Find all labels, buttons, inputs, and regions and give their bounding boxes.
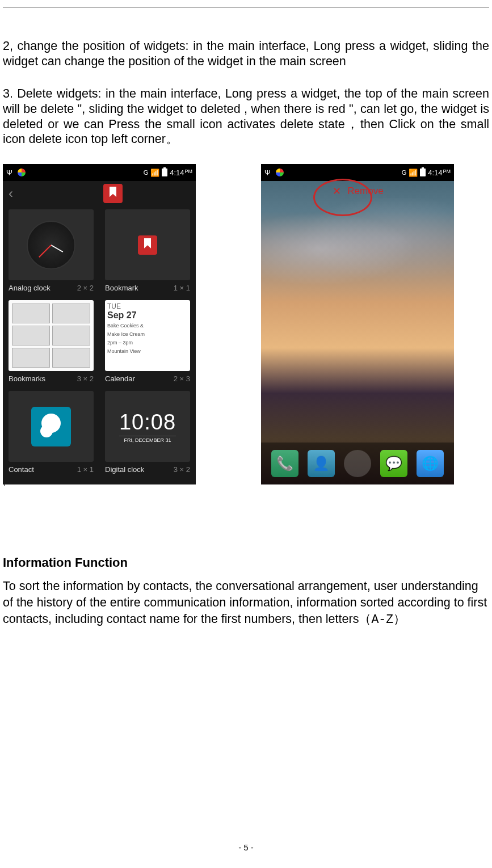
top-rule [3,7,489,7]
widget-calendar[interactable]: TUE Sep 27 Bake Cookies & Make Ice Cream… [99,297,196,387]
widgets-body: ‹ Analog clock2 × 2 Bookmark1 × 1 Bookma… [3,181,196,484]
widget-size: 2 × 2 [77,284,94,292]
dock-phone-icon[interactable] [271,450,298,477]
widget-size: 1 × 1 [77,465,94,474]
status-time: 4:14PM [428,168,451,177]
status-time: 4:14PM [170,168,192,177]
widget-size: 3 × 2 [77,374,94,383]
phone-screenshot-remove: Ψ G 📶 4:14PM ✕ Remove [261,164,454,484]
paragraph-information: To sort the information by contacts, the… [3,578,489,628]
usb-icon: Ψ [264,168,272,176]
widget-bookmarks[interactable]: Bookmarks3 × 2 [3,297,99,387]
screenshots-row: Ψ G 📶 4:14PM ‹ Analog clock2 × 2 [3,164,489,484]
network-g-icon: G [144,169,149,176]
dock-browser-icon[interactable] [417,450,444,477]
annotation-circle [313,179,372,216]
chevron-left-icon[interactable]: ‹ [9,186,13,201]
widget-label: Calendar [105,374,135,383]
widget-bookmark[interactable]: Bookmark1 × 1 [99,206,196,297]
widget-size: 2 × 3 [174,374,190,383]
widget-analog-clock[interactable]: Analog clock2 × 2 [3,206,99,297]
contact-preview-icon [31,407,71,446]
widget-label: Analog clock [9,284,51,292]
tab-row: ‹ [3,181,196,206]
usb-icon: Ψ [6,168,14,176]
dock [261,443,454,484]
status-bar: Ψ G 📶 4:14PM [261,164,454,181]
digital-clock-preview-icon: 10:08 FRI, DECEMBER 31 [119,410,176,443]
home-body: ✕ Remove [261,181,454,484]
widget-size: 1 × 1 [174,284,190,292]
sync-icon [18,168,26,176]
page-number: - 5 - [0,842,492,852]
paragraph-widgets-move: 2, change the position of widgets: in th… [3,39,489,69]
signal-icon: 📶 [409,168,418,177]
widget-digital-clock[interactable]: 10:08 FRI, DECEMBER 31 Digital clock3 × … [99,387,196,478]
battery-icon [162,168,167,176]
bookmark-preview-icon [138,235,157,255]
analog-clock-icon [27,221,75,269]
phone-screenshot-widgets: Ψ G 📶 4:14PM ‹ Analog clock2 × 2 [3,164,196,484]
sync-icon [276,168,284,176]
heading-information-function: Information Function [3,555,489,570]
network-g-icon: G [402,169,407,176]
dock-contacts-icon[interactable] [308,450,335,477]
dock-apps-icon[interactable] [344,450,371,477]
paragraph-widgets-delete: 3. Delete widgets: in the main interface… [3,86,489,148]
widget-label: Contact [9,465,34,474]
status-bar: Ψ G 📶 4:14PM [3,164,196,181]
widget-label: Bookmarks [9,374,45,383]
bookmark-icon[interactable] [103,184,123,203]
widget-contact[interactable]: Contact1 × 1 [3,387,99,478]
widget-label: Digital clock [105,465,144,474]
bookmarks-preview-icon [9,300,94,371]
dock-messaging-icon[interactable] [380,450,407,477]
widget-size: 3 × 2 [174,465,190,474]
battery-icon [420,168,426,176]
widget-label: Bookmark [105,284,138,292]
calendar-preview-icon: TUE Sep 27 Bake Cookies & Make Ice Cream… [105,300,190,371]
signal-icon: 📶 [150,168,159,177]
